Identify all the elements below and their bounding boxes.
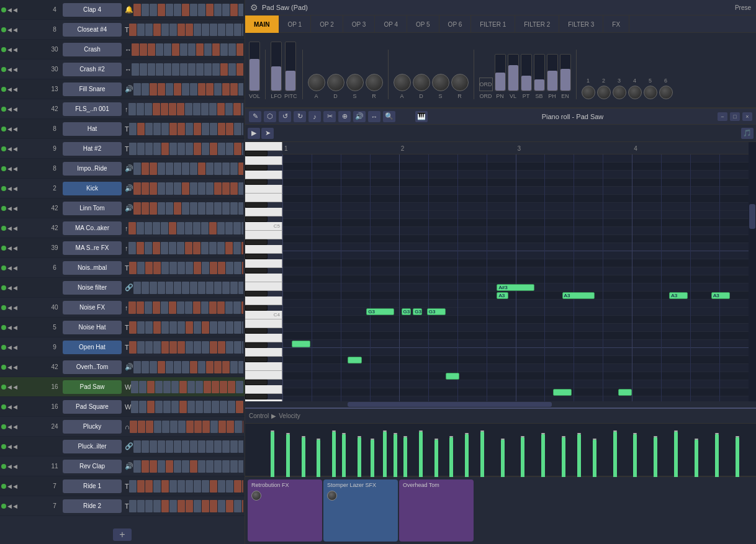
pattern-block[interactable] xyxy=(156,43,163,56)
pattern-block[interactable] xyxy=(153,321,161,334)
hscroll-thumb[interactable] xyxy=(348,402,552,407)
pattern-block[interactable] xyxy=(228,63,236,76)
pattern-block[interactable] xyxy=(177,222,184,234)
pattern-block[interactable] xyxy=(163,381,171,393)
bottom-track-retrobution[interactable]: Retrobution FX xyxy=(248,479,322,542)
mute-button[interactable] xyxy=(1,87,6,92)
pattern-block[interactable] xyxy=(198,361,205,373)
track-arrow-2[interactable]: ◀ xyxy=(13,285,17,291)
pattern-block[interactable] xyxy=(234,341,241,354)
pattern-block[interactable] xyxy=(140,63,147,76)
piano-white-key[interactable] xyxy=(245,297,282,305)
pattern-block[interactable] xyxy=(202,321,209,334)
pattern-block[interactable] xyxy=(217,103,225,115)
pattern-block[interactable] xyxy=(133,4,141,16)
pattern-block[interactable] xyxy=(236,381,243,393)
pattern-block[interactable] xyxy=(190,460,197,473)
pattern-block[interactable] xyxy=(242,480,243,493)
track-arrow-1[interactable]: ◀ xyxy=(7,364,12,370)
track-arrow-1[interactable]: ◀ xyxy=(7,344,12,350)
track-row[interactable]: ◀◀Pluck..ilter🔗 xyxy=(0,437,245,457)
pattern-block[interactable] xyxy=(133,182,141,195)
close-button[interactable]: × xyxy=(742,112,752,121)
pattern-block[interactable] xyxy=(196,401,203,413)
mute-button[interactable] xyxy=(1,404,6,409)
pattern-block[interactable] xyxy=(234,321,241,334)
pattern-block[interactable] xyxy=(198,460,205,473)
piano-keys[interactable]: C5C4C3C2 xyxy=(245,142,282,401)
pattern-block[interactable] xyxy=(230,202,238,215)
track-row[interactable]: ◀◀42Overh..Tom🔊 xyxy=(0,357,245,377)
pattern-block[interactable] xyxy=(133,163,141,175)
pattern-block[interactable] xyxy=(226,262,233,274)
pattern-block[interactable] xyxy=(235,421,242,433)
track-arrow-2[interactable]: ◀ xyxy=(13,185,17,192)
pattern-block[interactable] xyxy=(182,282,189,294)
track-arrow-1[interactable]: ◀ xyxy=(7,166,12,172)
pattern-block[interactable] xyxy=(204,401,211,413)
piano-roll-hscroll[interactable] xyxy=(245,401,756,408)
pattern-block[interactable] xyxy=(178,500,185,512)
track-arrow-1[interactable]: ◀ xyxy=(7,424,12,430)
mute-button[interactable] xyxy=(1,47,6,52)
pattern-block[interactable] xyxy=(150,163,157,175)
pattern-block[interactable] xyxy=(190,163,197,175)
pattern-block[interactable] xyxy=(226,480,233,493)
pattern-block[interactable] xyxy=(206,361,214,373)
piano-white-key[interactable] xyxy=(245,282,282,291)
pattern-block[interactable] xyxy=(128,242,136,254)
pattern-block[interactable] xyxy=(166,440,173,453)
track-row[interactable]: ◀◀2Kick🔊 xyxy=(0,179,245,198)
track-name-button[interactable]: Noise filter xyxy=(63,281,122,295)
track-row[interactable]: ◀◀16Pad SquareW xyxy=(0,397,245,417)
pattern-block[interactable] xyxy=(174,202,181,215)
track-name-button[interactable]: Plucky xyxy=(63,420,122,434)
track-arrow-1[interactable]: ◀ xyxy=(7,185,12,192)
pattern-block[interactable] xyxy=(169,222,176,234)
mute-button[interactable] xyxy=(1,305,6,310)
pattern-block[interactable] xyxy=(153,301,160,314)
pattern-block[interactable] xyxy=(142,361,149,373)
pattern-block[interactable] xyxy=(186,24,193,36)
pattern-block[interactable] xyxy=(230,163,238,175)
track-name-button[interactable]: Ride 1 xyxy=(63,479,122,493)
pattern-block[interactable] xyxy=(163,401,171,413)
pattern-block[interactable] xyxy=(218,500,225,512)
pattern-block[interactable] xyxy=(142,202,149,215)
pattern-block[interactable] xyxy=(233,103,241,115)
pattern-block[interactable] xyxy=(222,440,230,453)
pattern-block[interactable] xyxy=(185,103,192,115)
pattern-block[interactable] xyxy=(194,421,202,433)
pattern-block[interactable] xyxy=(158,182,165,195)
pattern-block[interactable] xyxy=(182,4,189,16)
piano-note[interactable] xyxy=(618,389,632,396)
track-row[interactable]: ◀◀7Ride 1T xyxy=(0,476,245,496)
pattern-block[interactable] xyxy=(190,361,197,373)
pattern-block[interactable] xyxy=(158,460,165,473)
pattern-block[interactable] xyxy=(166,182,173,195)
track-row[interactable]: ◀◀40Noise FX↑ xyxy=(0,298,245,318)
synth-tab-filter3[interactable]: FILTER 3 xyxy=(559,16,603,33)
pattern-block[interactable] xyxy=(210,421,218,433)
pattern-block[interactable] xyxy=(218,143,225,155)
pattern-block[interactable] xyxy=(210,321,217,334)
pattern-block[interactable] xyxy=(186,500,193,512)
pattern-block[interactable] xyxy=(158,361,165,373)
track-name-button[interactable]: Overh..Tom xyxy=(63,360,122,374)
pattern-block[interactable] xyxy=(178,341,185,354)
pattern-block[interactable] xyxy=(161,341,169,354)
pattern-block[interactable] xyxy=(230,182,238,195)
pattern-block[interactable] xyxy=(198,4,205,16)
pattern-block[interactable] xyxy=(230,83,238,96)
pattern-block[interactable] xyxy=(238,163,243,175)
track-row[interactable]: ◀◀13Fill Snare🔊 xyxy=(0,79,245,99)
pattern-block[interactable] xyxy=(210,500,217,512)
pattern-block[interactable] xyxy=(137,321,145,334)
pattern-block[interactable] xyxy=(142,282,149,294)
pattern-block[interactable] xyxy=(161,262,169,274)
piano-note[interactable] xyxy=(348,357,362,363)
pattern-block[interactable] xyxy=(148,43,155,56)
piano-white-key[interactable]: C4 xyxy=(245,311,282,319)
pattern-block[interactable] xyxy=(236,43,243,56)
pattern-block[interactable] xyxy=(238,440,243,453)
